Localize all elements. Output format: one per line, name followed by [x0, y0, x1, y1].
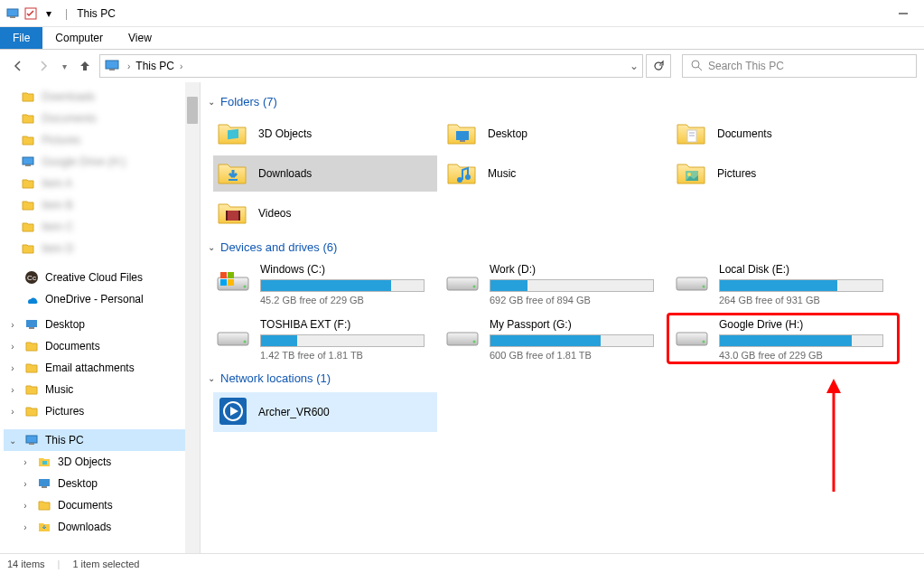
pc-icon — [104, 58, 120, 74]
status-selected-count: 1 item selected — [72, 559, 139, 569]
address-row: ▾ › This PC › ⌄ Search This PC — [0, 50, 924, 82]
chevron-right-icon[interactable]: › — [178, 61, 184, 71]
network-section-header[interactable]: ⌄ Network locations (1) — [208, 371, 913, 385]
svg-rect-31 — [226, 211, 228, 221]
network-location-archer-vr600[interactable]: Archer_VR600 — [213, 392, 437, 432]
titlebar: ▾ | This PC — [0, 0, 924, 27]
svg-rect-25 — [229, 179, 238, 181]
drive-windows-c-[interactable]: Windows (C:)45.2 GB free of 229 GB — [213, 261, 437, 307]
tree-item-blurred[interactable]: Item C — [4, 216, 200, 238]
drive-icon — [215, 322, 251, 352]
tree-item-blurred[interactable]: Item D — [4, 238, 200, 259]
folder-documents[interactable]: Documents — [672, 116, 896, 152]
tree-item-pictures[interactable]: ›Pictures — [4, 400, 200, 422]
breadcrumb[interactable]: This PC — [132, 60, 178, 72]
downloads-folder-icon — [217, 159, 249, 188]
tree-item-email-attachments[interactable]: ›Email attachments — [4, 357, 200, 379]
tree-item-desktop[interactable]: ›Desktop — [4, 314, 200, 335]
tree-item-this-pc[interactable]: ⌄This PC — [4, 429, 200, 451]
tree-item-blurred[interactable]: Downloads — [4, 86, 200, 108]
scrollbar[interactable] — [185, 82, 200, 553]
folder-downloads[interactable]: Downloads — [213, 155, 437, 192]
svg-rect-41 — [677, 277, 707, 290]
file-tab[interactable]: File — [0, 27, 42, 49]
search-input[interactable]: Search This PC — [682, 54, 917, 78]
svg-text:Cc: Cc — [27, 274, 36, 282]
svg-rect-13 — [29, 327, 34, 329]
recent-dropdown[interactable]: ▾ — [58, 55, 70, 77]
status-item-count: 14 items — [7, 559, 45, 569]
minimize-button[interactable] — [882, 0, 924, 27]
tab-computer[interactable]: Computer — [42, 27, 116, 49]
capacity-bar — [719, 279, 883, 292]
svg-point-40 — [473, 286, 476, 288]
svg-rect-37 — [220, 279, 227, 286]
folder-desktop[interactable]: Desktop — [443, 116, 667, 152]
tree-item-music[interactable]: ›Music — [4, 379, 200, 400]
drive-local-disk-e-[interactable]: Local Disk (E:)264 GB free of 931 GB — [672, 261, 896, 307]
properties-qat-icon[interactable] — [23, 6, 38, 21]
tree-item-creative-cloud-files[interactable]: CcCreative Cloud Files — [4, 267, 200, 288]
folder-pictures[interactable]: Pictures — [672, 155, 896, 192]
svg-rect-8 — [23, 157, 33, 164]
chevron-down-icon: ⌄ — [208, 373, 215, 383]
chevron-right-icon[interactable]: › — [126, 61, 132, 71]
svg-point-29 — [687, 173, 691, 176]
capacity-bar — [260, 334, 425, 347]
svg-rect-38 — [228, 279, 234, 286]
capacity-bar — [260, 279, 425, 292]
svg-point-34 — [244, 286, 247, 288]
drive-google-drive-h-[interactable]: Google Drive (H:)43.0 GB free of 229 GB — [672, 316, 896, 362]
folders-section-header[interactable]: ⌄ Folders (7) — [208, 95, 913, 108]
desktop-icon — [36, 475, 52, 492]
drive-my-passport-g-[interactable]: My Passport (G:)600 GB free of 1.81 TB — [443, 316, 667, 362]
tree-item-documents[interactable]: ›Documents — [4, 335, 200, 357]
tree-item-documents[interactable]: ›Documents — [4, 494, 200, 516]
svg-rect-47 — [677, 333, 707, 345]
drive-icon — [674, 267, 710, 297]
folder-music[interactable]: Music — [443, 155, 667, 192]
tree-item-3d-objects[interactable]: ›3D Objects — [4, 451, 200, 473]
tree-item-downloads[interactable]: ›Downloads — [4, 516, 200, 538]
up-button[interactable] — [74, 55, 96, 77]
tree-item-blurred[interactable]: Documents — [4, 108, 200, 129]
tree-item-desktop[interactable]: ›Desktop — [4, 473, 200, 494]
tree-item-blurred[interactable]: Pictures — [4, 129, 200, 151]
drive-work-d-[interactable]: Work (D:)692 GB free of 894 GB — [443, 261, 667, 307]
tree-item-onedrive-personal[interactable]: OneDrive - Personal — [4, 288, 200, 310]
address-dropdown-icon[interactable]: ⌄ — [630, 60, 639, 72]
folder-3d-objects[interactable]: 3D Objects — [213, 116, 437, 152]
pictures-folder-icon — [676, 159, 708, 188]
content-pane: ⌄ Folders (7) 3D ObjectsDesktopDocuments… — [201, 82, 924, 553]
svg-rect-35 — [220, 272, 227, 278]
onedrive-icon — [23, 291, 40, 307]
svg-rect-20 — [456, 131, 469, 140]
folder-videos[interactable]: Videos — [213, 195, 437, 231]
qat-dropdown-icon[interactable]: ▾ — [42, 6, 56, 21]
ribbon: File Computer View — [0, 27, 924, 50]
capacity-bar — [490, 334, 654, 347]
svg-rect-17 — [39, 479, 50, 486]
folder-icon — [36, 497, 52, 513]
back-button[interactable] — [7, 55, 29, 77]
drive-icon — [674, 322, 710, 352]
tab-view[interactable]: View — [116, 27, 164, 49]
media-device-icon — [217, 395, 249, 430]
desktop-folder-icon — [446, 119, 479, 148]
cc-icon: Cc — [23, 269, 40, 286]
drive-toshiba-ext-f-[interactable]: TOSHIBA EXT (F:)1.42 TB free of 1.81 TB — [213, 316, 437, 362]
capacity-bar — [490, 279, 654, 292]
window-title: This PC — [77, 7, 116, 20]
forward-button[interactable] — [33, 55, 54, 77]
drives-section-header[interactable]: ⌄ Devices and drives (6) — [208, 240, 913, 254]
chevron-down-icon: ⌄ — [208, 97, 215, 107]
tree-item-blurred[interactable]: Item A — [4, 173, 200, 194]
svg-rect-0 — [7, 9, 18, 16]
refresh-button[interactable] — [646, 54, 671, 78]
tree-item-blurred[interactable]: Google Drive (H:) — [4, 151, 200, 173]
svg-rect-21 — [460, 140, 465, 142]
svg-point-27 — [465, 174, 471, 180]
tree-item-blurred[interactable]: Item B — [4, 194, 200, 216]
address-bar[interactable]: › This PC › ⌄ — [99, 54, 643, 78]
search-placeholder: Search This PC — [708, 60, 784, 72]
